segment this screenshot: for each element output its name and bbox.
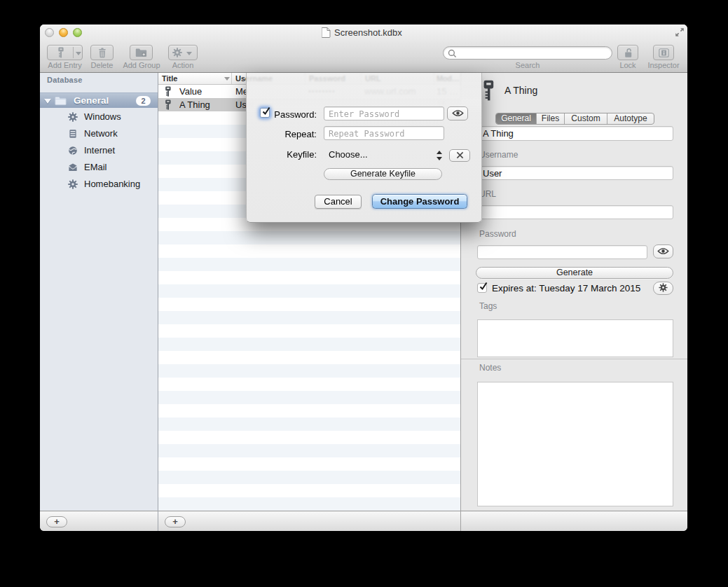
add-entry-footer-button[interactable]: + <box>165 516 186 527</box>
unlock-icon <box>618 47 638 58</box>
show-password-button[interactable] <box>653 244 673 258</box>
password-field[interactable] <box>477 245 647 259</box>
eye-icon <box>657 245 669 258</box>
sort-descending-icon <box>224 77 230 81</box>
tags-textarea[interactable] <box>477 319 673 357</box>
add-entry-label: Add Entry <box>43 61 87 70</box>
generate-button[interactable]: Generate <box>476 267 673 279</box>
lock-label: Lock <box>617 61 638 70</box>
change-password-sheet: Password: Repeat: Keyfile: Choose... Gen… <box>246 73 482 223</box>
sheet-show-password-button[interactable] <box>447 106 468 120</box>
cell-title: A Thing <box>179 98 231 111</box>
key-icon <box>165 99 172 112</box>
inspector-panel: A Thing General Files Custom Autotype Us… <box>461 73 687 511</box>
username-label: Username <box>479 150 518 160</box>
app-window: Screenshot.kdbx Add Entry Delete <box>40 25 687 531</box>
add-group-label: Add Group <box>121 61 162 70</box>
fullscreen-icon[interactable] <box>674 27 685 41</box>
document-icon <box>322 27 331 41</box>
sheet-password-input[interactable] <box>324 106 444 120</box>
sheet-keyfile-label: Keyfile: <box>247 149 317 160</box>
info-icon <box>654 47 673 58</box>
sidebar-item-label: Internet <box>84 142 115 159</box>
action-label: Action <box>168 61 198 70</box>
tab-general[interactable]: General <box>496 113 537 124</box>
tab-custom[interactable]: Custom <box>565 113 607 124</box>
inspector-button[interactable] <box>653 45 674 60</box>
key-icon <box>55 47 67 58</box>
envelope-icon <box>68 163 78 172</box>
x-icon <box>456 149 464 162</box>
gear-icon <box>68 179 78 189</box>
generate-keyfile-button[interactable]: Generate Keyfile <box>324 168 442 180</box>
sheet-repeat-input[interactable] <box>324 126 444 140</box>
sidebar-group-general[interactable]: General 2 <box>40 92 158 108</box>
down-arrow-icon <box>437 157 442 160</box>
expires-label: Expires at: Tuesday 17 March 2015 <box>492 282 640 294</box>
search-input[interactable] <box>443 46 612 60</box>
change-password-button[interactable]: Change Password <box>372 194 467 209</box>
clear-keyfile-button[interactable] <box>449 149 470 162</box>
sidebar-item-homebanking[interactable]: Homebanking <box>40 176 158 193</box>
screen: Screenshot.kdbx Add Entry Delete <box>0 0 728 587</box>
sidebar-item-label: Windows <box>84 109 121 125</box>
folder-plus-icon <box>130 47 152 58</box>
stepper-icon[interactable] <box>437 151 443 160</box>
inspector-section-divider <box>461 359 687 359</box>
key-icon <box>165 86 172 99</box>
expires-checkbox[interactable] <box>477 283 487 293</box>
add-group-footer-button[interactable]: + <box>46 516 67 527</box>
gear-icon <box>172 48 182 57</box>
add-group-button[interactable] <box>130 45 153 60</box>
action-button[interactable] <box>168 45 198 60</box>
sheet-password-label: Password: <box>247 109 317 120</box>
delete-label: Delete <box>90 61 114 70</box>
inspector-label: Inspector <box>643 61 685 70</box>
lock-button[interactable] <box>617 45 638 60</box>
notes-label: Notes <box>479 363 501 373</box>
close-button[interactable] <box>45 28 54 37</box>
sidebar-item-label: EMail <box>84 159 107 176</box>
cell-title: Value <box>179 85 231 98</box>
search-icon <box>447 48 457 58</box>
inspector-tabs: General Files Custom Autotype <box>495 113 654 125</box>
segment-divider <box>73 47 74 58</box>
password-label: Password <box>479 229 516 239</box>
tab-autotype[interactable]: Autotype <box>607 113 654 124</box>
sidebar-item-internet[interactable]: Internet <box>40 142 158 159</box>
keyfile-popup[interactable]: Choose... <box>329 149 368 161</box>
sidebar-item-label: Network <box>84 125 118 142</box>
sidebar-header: Database <box>47 76 83 84</box>
cancel-button[interactable]: Cancel <box>315 195 362 209</box>
gear-icon <box>659 282 668 295</box>
zoom-button[interactable] <box>73 28 82 37</box>
username-field[interactable] <box>477 166 673 180</box>
disclosure-triangle-icon[interactable] <box>44 99 51 104</box>
column-header-title[interactable]: Title <box>158 73 232 84</box>
delete-button[interactable] <box>90 45 114 60</box>
eye-icon <box>452 107 464 120</box>
globe-icon <box>68 146 78 156</box>
url-field[interactable] <box>477 205 673 219</box>
sidebar-item-network[interactable]: Network <box>40 125 158 142</box>
gear-icon <box>68 112 78 122</box>
window-title: Screenshot.kdbx <box>334 27 402 38</box>
expires-options-button[interactable] <box>653 282 673 295</box>
notes-textarea[interactable] <box>477 382 673 506</box>
folder-icon <box>55 96 67 109</box>
key-icon <box>483 80 495 104</box>
tags-label: Tags <box>479 301 497 311</box>
title-field[interactable] <box>477 126 673 141</box>
add-entry-button[interactable] <box>47 45 83 60</box>
server-icon <box>68 129 78 139</box>
tab-files[interactable]: Files <box>537 113 565 124</box>
sidebar-item-windows[interactable]: Windows <box>40 109 158 125</box>
sidebar-divider <box>158 73 158 531</box>
sidebar-item-email[interactable]: EMail <box>40 159 158 176</box>
checkmark-icon <box>479 282 488 291</box>
sidebar-item-label: Homebanking <box>84 176 140 193</box>
sidebar-group-label: General <box>74 93 109 109</box>
footer-bar: + + <box>40 511 687 531</box>
minimize-button[interactable] <box>59 28 68 37</box>
up-arrow-icon <box>437 151 442 154</box>
